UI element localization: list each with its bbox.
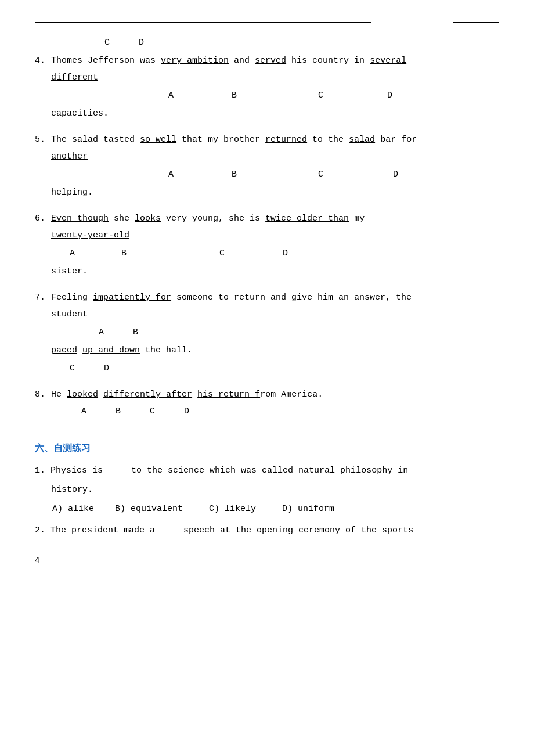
option-d-top: D (139, 35, 144, 51)
q5-text: The salad tasted so well that my brother… (51, 132, 417, 147)
q6-opt-c: C (219, 246, 225, 261)
q4-opt-a: A (168, 88, 174, 103)
q4-continuation: different (35, 70, 499, 85)
page-number: 4 (35, 556, 499, 565)
q7-opt-c: C (70, 361, 75, 376)
self-test-q2: 2. The president made a speech at the op… (35, 523, 499, 538)
q4-opt-c: C (318, 88, 323, 103)
section-title: 六、自测练习 (35, 442, 499, 455)
q5-number: 5. (35, 132, 51, 147)
q8-opt-d: D (184, 404, 189, 419)
q8-opt-a: A (81, 404, 86, 419)
q7-number: 7. (35, 290, 51, 305)
option-c-top: C (104, 35, 110, 51)
top-divider (35, 17, 499, 23)
question-6: 6. Even though she looks very young, she… (35, 211, 499, 279)
question-4: 4. Thomes Jefferson was very ambition an… (35, 53, 499, 121)
q7-ab-options: A B (35, 325, 499, 340)
st-q1-continuation: history. (35, 482, 499, 498)
q6-opt-d: D (283, 246, 288, 261)
q7-cd-options: C D (35, 361, 499, 376)
q8-text: He looked differently after his return f… (51, 387, 323, 402)
q8-options: A B C D (35, 404, 499, 419)
question-7-text: 7. Feeling impatiently for someone to re… (35, 290, 499, 305)
q5-continuation: another (35, 149, 499, 164)
q8-opt-b: B (116, 404, 121, 419)
q6-opt-b: B (121, 246, 127, 261)
q6-continuation: twenty-year-old (35, 228, 499, 243)
q7-text: Feeling impatiently for someone to retur… (51, 290, 412, 305)
q5-opt-b: B (232, 167, 237, 182)
q8-opt-c: C (150, 404, 155, 419)
question-5: 5. The salad tasted so well that my brot… (35, 132, 499, 200)
q4-number: 4. (35, 53, 51, 69)
q4-options: A B C D (35, 88, 499, 103)
q6-text: Even though she looks very young, she is… (51, 211, 365, 226)
question-8-text: 8. He looked differently after his retur… (35, 387, 499, 402)
q5-opt-d: D (393, 167, 398, 182)
question-8: 8. He looked differently after his retur… (35, 387, 499, 419)
q5-opt-c: C (318, 167, 323, 182)
question-7: 7. Feeling impatiently for someone to re… (35, 290, 499, 376)
st-q1-text: Physics is to the science which was call… (50, 466, 408, 476)
q4-end: capacities. (35, 106, 499, 121)
top-cd-options: C D (35, 35, 499, 51)
q6-number: 6. (35, 211, 51, 226)
q5-end: helping. (35, 185, 499, 200)
st-q1-options: A) alike B) equivalent C) likely D) unif… (35, 501, 499, 517)
q6-options: A B C D (35, 246, 499, 261)
q7-continuation: student (35, 307, 499, 322)
q5-options: A B C D (35, 167, 499, 182)
st-q1-number: 1. (35, 466, 45, 476)
st-q2-number: 2. (35, 525, 45, 535)
q6-opt-a: A (70, 246, 75, 261)
q7-line2: paced up and down the hall. (35, 343, 499, 358)
question-5-text: 5. The salad tasted so well that my brot… (35, 132, 499, 147)
question-6-text: 6. Even though she looks very young, she… (35, 211, 499, 226)
st-q2-text: The president made a speech at the openi… (50, 525, 413, 535)
q7-opt-a: A (99, 325, 104, 340)
q6-end: sister. (35, 264, 499, 279)
q4-opt-d: D (387, 88, 392, 103)
q4-opt-b: B (232, 88, 237, 103)
q8-number: 8. (35, 387, 51, 402)
q5-opt-a: A (168, 167, 174, 182)
q7-opt-b: B (133, 325, 138, 340)
q4-text: Thomes Jefferson was very ambition and s… (51, 53, 406, 69)
q7-opt-d: D (104, 361, 109, 376)
self-test-q1: 1. Physics is to the science which was c… (35, 463, 499, 478)
question-4-text: 4. Thomes Jefferson was very ambition an… (35, 53, 499, 69)
